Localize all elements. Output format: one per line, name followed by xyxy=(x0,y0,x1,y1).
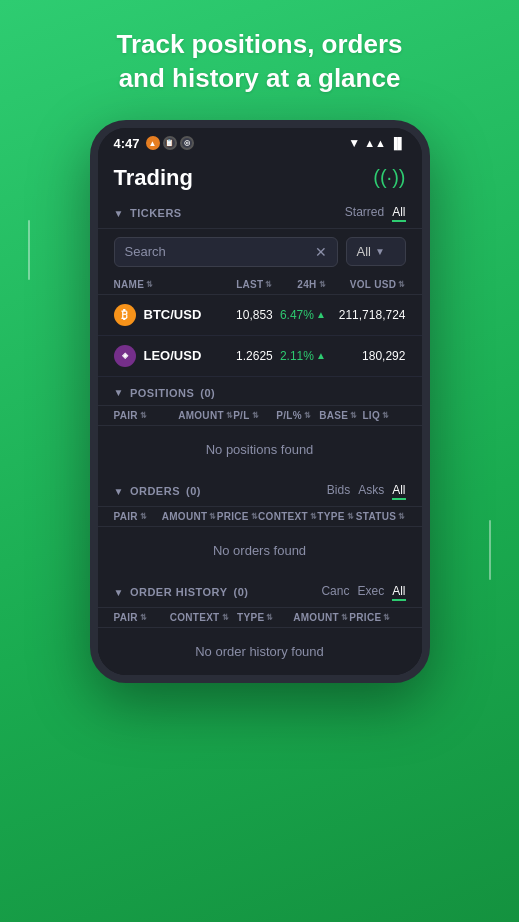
status-bar: 4:47 ▲ 📋 ◎ ▼ ▲▲ ▐▌ xyxy=(98,128,422,155)
positions-section-header: ▼ POSITIONS (0) xyxy=(98,381,422,406)
leo-icon: ◈ xyxy=(114,345,136,367)
sort-base-icon: ⇅ xyxy=(350,411,357,420)
ord-col-status[interactable]: STATUS ⇅ xyxy=(356,511,406,522)
orders-all-action[interactable]: All xyxy=(392,483,405,500)
history-actions: Canc Exec All xyxy=(321,584,405,601)
btc-symbol: BTC/USD xyxy=(144,307,202,322)
headline-line2: and history at a glance xyxy=(119,63,401,93)
pos-col-pair[interactable]: PAIR ⇅ xyxy=(114,410,179,421)
history-label: ORDER HISTORY xyxy=(130,586,228,598)
ord-col-context[interactable]: CONTEXT ⇅ xyxy=(258,511,317,522)
status-right: ▼ ▲▲ ▐▌ xyxy=(348,136,405,150)
order-history-section-header: ▼ ORDER HISTORY (0) Canc Exec All xyxy=(98,578,422,608)
pos-col-plpct[interactable]: P/L% ⇅ xyxy=(276,410,319,421)
search-placeholder: Search xyxy=(125,244,166,259)
tickers-chevron: ▼ xyxy=(114,208,124,219)
ticker-row-leo[interactable]: ◈ LEO/USD 1.2625 2.11% ▲ 180,292 xyxy=(98,336,422,377)
leo-vol: 180,292 xyxy=(326,349,406,363)
sort-24h-icon: ⇅ xyxy=(319,280,326,289)
ord-col-type[interactable]: TYPE ⇅ xyxy=(317,511,356,522)
hist-col-amount[interactable]: AMOUNT ⇅ xyxy=(293,612,349,623)
history-exec-action[interactable]: Exec xyxy=(357,584,384,601)
search-row: Search ✕ All ▼ xyxy=(98,229,422,275)
tickers-actions: Starred All xyxy=(345,205,406,222)
orders-bids-action[interactable]: Bids xyxy=(327,483,350,500)
leo-name-cell: ◈ LEO/USD xyxy=(114,345,220,367)
ticker-row-btc[interactable]: ₿ BTC/USD 10,853 6.47% ▲ 211,718,724 xyxy=(98,295,422,336)
pos-col-pl[interactable]: P/L ⇅ xyxy=(233,410,276,421)
sort-name-icon: ⇅ xyxy=(146,280,153,289)
col-24h[interactable]: 24H ⇅ xyxy=(273,279,326,290)
headline-line1: Track positions, orders xyxy=(116,29,402,59)
no-positions-message: No positions found xyxy=(98,426,422,473)
history-table-header: PAIR ⇅ CONTEXT ⇅ TYPE ⇅ AMOUNT ⇅ PRICE ⇅ xyxy=(98,608,422,628)
history-chevron: ▼ xyxy=(114,587,124,598)
tickers-table-header: NAME ⇅ LAST ⇅ 24H ⇅ VOL USD ⇅ xyxy=(98,275,422,295)
hist-col-context[interactable]: CONTEXT ⇅ xyxy=(170,612,237,623)
tickers-title-row: ▼ TICKERS xyxy=(114,207,182,219)
select-arrow-icon: ▼ xyxy=(375,246,385,257)
positions-table-header: PAIR ⇅ AMOUNT ⇅ P/L ⇅ P/L% ⇅ BASE ⇅ LIQ … xyxy=(98,406,422,426)
status-app-icons: ▲ 📋 ◎ xyxy=(146,136,194,150)
tickers-starred-action[interactable]: Starred xyxy=(345,205,384,222)
orders-asks-action[interactable]: Asks xyxy=(358,483,384,500)
col-last[interactable]: LAST ⇅ xyxy=(220,279,273,290)
sort-liq-icon: ⇅ xyxy=(382,411,389,420)
positions-chevron: ▼ xyxy=(114,387,124,398)
hist-col-price[interactable]: PRICE ⇅ xyxy=(349,612,405,623)
pos-col-base[interactable]: BASE ⇅ xyxy=(319,410,362,421)
search-clear-icon[interactable]: ✕ xyxy=(315,244,327,260)
app-title: Trading xyxy=(114,165,193,191)
pos-col-amount[interactable]: AMOUNT ⇅ xyxy=(178,410,233,421)
order-history-title-row: ▼ ORDER HISTORY (0) xyxy=(114,586,249,598)
sort-vol-icon: ⇅ xyxy=(398,280,405,289)
leo-symbol: LEO/USD xyxy=(144,348,202,363)
tickers-all-action[interactable]: All xyxy=(392,205,405,222)
orders-table-header: PAIR ⇅ AMOUNT ⇅ PRICE ⇅ CONTEXT ⇅ TYPE ⇅… xyxy=(98,507,422,527)
notification-icon-1: ▲ xyxy=(146,136,160,150)
status-time: 4:47 xyxy=(114,136,140,151)
notification-icon-3: ◎ xyxy=(180,136,194,150)
sort-pair-icon: ⇅ xyxy=(140,411,147,420)
orders-title-row: ▼ ORDERS (0) xyxy=(114,485,201,497)
btc-vol: 211,718,724 xyxy=(326,308,406,322)
no-history-message: No order history found xyxy=(98,628,422,675)
orders-label: ORDERS xyxy=(130,485,180,497)
positions-title-row: ▼ POSITIONS (0) xyxy=(114,387,216,399)
leo-up-arrow: ▲ xyxy=(316,350,326,361)
orders-chevron: ▼ xyxy=(114,486,124,497)
pos-col-liq[interactable]: LIQ ⇅ xyxy=(362,410,405,421)
tickers-label: TICKERS xyxy=(130,207,182,219)
ord-col-price[interactable]: PRICE ⇅ xyxy=(217,511,258,522)
positions-count: (0) xyxy=(200,387,215,399)
positions-label: POSITIONS xyxy=(130,387,194,399)
btc-icon: ₿ xyxy=(114,304,136,326)
app-header: Trading ((·)) xyxy=(98,155,422,199)
btc-up-arrow: ▲ xyxy=(316,309,326,320)
orders-actions: Bids Asks All xyxy=(327,483,406,500)
hist-col-pair[interactable]: PAIR ⇅ xyxy=(114,612,170,623)
col-vol-usd[interactable]: VOL USD ⇅ xyxy=(326,279,406,290)
app-content: Trading ((·)) ▼ TICKERS Starred All Sear… xyxy=(98,155,422,675)
wifi-status-icon: ▼ xyxy=(348,136,360,150)
live-feed-icon: ((·)) xyxy=(373,166,405,189)
tickers-section-header: ▼ TICKERS Starred All xyxy=(98,199,422,229)
col-name[interactable]: NAME ⇅ xyxy=(114,279,220,290)
btc-last: 10,853 xyxy=(220,308,273,322)
history-canc-action[interactable]: Canc xyxy=(321,584,349,601)
leo-last: 1.2625 xyxy=(220,349,273,363)
sort-amount-icon: ⇅ xyxy=(226,411,233,420)
btc-name-cell: ₿ BTC/USD xyxy=(114,304,220,326)
sort-plpct-icon: ⇅ xyxy=(304,411,311,420)
no-orders-message: No orders found xyxy=(98,527,422,574)
history-all-action[interactable]: All xyxy=(392,584,405,601)
signal-status-icon: ▲▲ xyxy=(364,137,386,149)
ord-col-amount[interactable]: AMOUNT ⇅ xyxy=(162,511,217,522)
hist-col-type[interactable]: TYPE ⇅ xyxy=(237,612,293,623)
ord-col-pair[interactable]: PAIR ⇅ xyxy=(114,511,162,522)
ticker-filter-select[interactable]: All ▼ xyxy=(346,237,406,266)
search-box[interactable]: Search ✕ xyxy=(114,237,338,267)
status-left: 4:47 ▲ 📋 ◎ xyxy=(114,136,194,151)
notification-icon-2: 📋 xyxy=(163,136,177,150)
history-count: (0) xyxy=(233,586,248,598)
